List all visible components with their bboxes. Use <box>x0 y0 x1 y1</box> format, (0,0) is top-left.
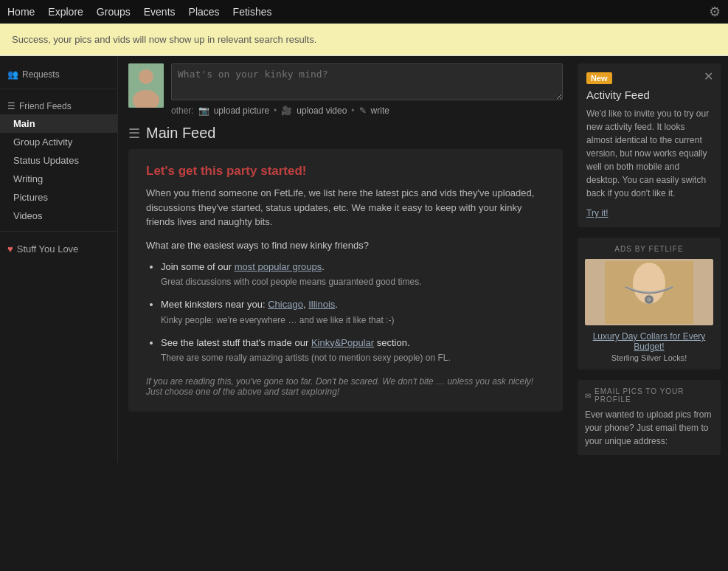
nav-home[interactable]: Home <box>7 6 35 18</box>
ad-sub: Sterling Silver Locks! <box>585 353 713 362</box>
avatar <box>128 63 164 108</box>
nav-explore[interactable]: Explore <box>48 6 83 18</box>
feed-party-title: Let's get this party started! <box>146 164 545 179</box>
sidebar-item-pictures[interactable]: Pictures <box>0 188 117 207</box>
upload-picture-link[interactable]: upload picture <box>214 105 269 116</box>
sidebar-divider-1 <box>0 89 117 89</box>
svg-point-1 <box>139 69 153 84</box>
sidebar-item-group-activity[interactable]: Group Activity <box>0 133 117 151</box>
compose-textarea[interactable] <box>171 63 563 100</box>
feed-question: What are the easiest ways to find new ki… <box>146 240 545 251</box>
list-item-groups-text: Join some of our most popular groups. <box>161 261 325 272</box>
email-section: ✉ EMAIL PICS TO YOUR PROFILE Ever wanted… <box>578 380 721 455</box>
main-layout: 👥 Requests ☰ Friend Feeds Main Group Act… <box>0 56 728 463</box>
sidebar: 👥 Requests ☰ Friend Feeds Main Group Act… <box>0 56 118 463</box>
feed-footer: If you are reading this, you've gone too… <box>146 376 545 397</box>
avatar-image <box>128 63 164 108</box>
upload-video-link[interactable]: upload video <box>297 105 347 116</box>
most-popular-groups-link[interactable]: most popular groups <box>235 261 322 272</box>
email-section-body: Ever wanted to upload pics from your pho… <box>585 408 713 448</box>
svg-point-6 <box>647 297 651 302</box>
sidebar-item-videos[interactable]: Videos <box>0 207 117 225</box>
feed-box: Let's get this party started! When you f… <box>128 149 563 412</box>
chicago-link[interactable]: Chicago <box>268 299 303 310</box>
write-link[interactable]: write <box>371 105 389 116</box>
friend-feeds-label: Friend Feeds <box>19 101 72 111</box>
compose-options: other: 📷 upload picture • 🎥 upload video… <box>171 105 563 116</box>
feed-intro: When you friend someone on FetLife, we l… <box>146 186 545 229</box>
requests-header: 👥 Requests <box>0 63 117 83</box>
illinois-link[interactable]: Illinois <box>308 299 335 310</box>
feed-header: ☰ Main Feed <box>128 125 563 142</box>
main-content: other: 📷 upload picture • 🎥 upload video… <box>118 56 573 463</box>
upload-picture-icon: 📷 <box>198 105 209 116</box>
activity-feed-card: ✕ New Activity Feed We'd like to invite … <box>578 63 721 227</box>
requests-label: Requests <box>22 69 60 80</box>
sidebar-item-main[interactable]: Main <box>0 114 117 133</box>
list-item-kinky-popular-sub: There are some really amazing artists (n… <box>161 351 545 364</box>
success-text: Success, your pics and vids will now sho… <box>12 34 316 45</box>
write-icon: ✎ <box>359 105 367 116</box>
ad-link[interactable]: Luxury Day Collars for Every Budget! <box>585 331 713 352</box>
ad-image <box>585 259 713 325</box>
list-item-groups: Join some of our most popular groups. Gr… <box>161 260 545 289</box>
list-item-kinksters-text: Meet kinksters near you: Chicago, Illino… <box>161 299 338 310</box>
sidebar-item-writing[interactable]: Writing <box>0 170 117 188</box>
stuff-you-love[interactable]: ♥ Stuff You Love <box>0 238 117 260</box>
compose-right: other: 📷 upload picture • 🎥 upload video… <box>171 63 563 116</box>
stuff-you-love-label: Stuff You Love <box>17 243 79 255</box>
compose-other-label: other: <box>171 105 194 116</box>
ads-section: ADS BY FETLIFE Luxury Day Collars for Ev… <box>578 238 721 370</box>
feed-list: Join some of our most popular groups. Gr… <box>146 260 545 365</box>
nav-groups[interactable]: Groups <box>97 6 131 18</box>
friend-feeds-icon: ☰ <box>7 101 15 111</box>
activity-card-close-button[interactable]: ✕ <box>704 69 713 83</box>
heart-icon: ♥ <box>7 243 13 255</box>
ads-label: ADS BY FETLIFE <box>585 245 713 253</box>
activity-card-try-link[interactable]: Try it! <box>586 208 609 218</box>
nav-places[interactable]: Places <box>189 6 220 18</box>
email-icon: ✉ <box>585 392 592 400</box>
list-item-kinky-popular-text: See the latest stuff that's made our Kin… <box>161 337 410 348</box>
sidebar-divider-2 <box>0 231 117 232</box>
compose-dot-1: • <box>274 105 277 116</box>
top-nav: Home Explore Groups Events Places Fetish… <box>0 0 728 24</box>
feed-bars-icon: ☰ <box>128 125 140 142</box>
new-badge: New <box>586 72 612 84</box>
nav-fetishes[interactable]: Fetishes <box>233 6 272 18</box>
success-banner: Success, your pics and vids will now sho… <box>0 24 728 56</box>
email-header-text: EMAIL PICS TO YOUR PROFILE <box>594 387 713 404</box>
nav-events[interactable]: Events <box>144 6 176 18</box>
feed-title: Main Feed <box>146 125 216 142</box>
compose-dot-2: • <box>351 105 354 116</box>
list-item-kinksters-sub: Kinky people: we're everywhere … and we … <box>161 314 545 327</box>
friend-feeds-header: ☰ Friend Feeds <box>0 95 117 114</box>
email-section-header: ✉ EMAIL PICS TO YOUR PROFILE <box>585 387 713 404</box>
list-item-groups-sub: Great discussions with cool people means… <box>161 275 545 288</box>
activity-card-body: We'd like to invite you to try our new a… <box>586 107 712 200</box>
right-column: ✕ New Activity Feed We'd like to invite … <box>573 56 728 463</box>
sidebar-item-status-updates[interactable]: Status Updates <box>0 151 117 170</box>
nav-right-area: ⚙ <box>709 4 721 20</box>
compose-area: other: 📷 upload picture • 🎥 upload video… <box>128 63 563 116</box>
activity-card-title: Activity Feed <box>586 89 712 101</box>
list-item-kinky-popular: See the latest stuff that's made our Kin… <box>161 336 545 365</box>
kinky-popular-link[interactable]: Kinky&Popular <box>311 337 374 348</box>
list-item-kinksters: Meet kinksters near you: Chicago, Illino… <box>161 297 545 327</box>
upload-video-icon: 🎥 <box>281 105 292 116</box>
requests-icon: 👥 <box>7 69 18 80</box>
